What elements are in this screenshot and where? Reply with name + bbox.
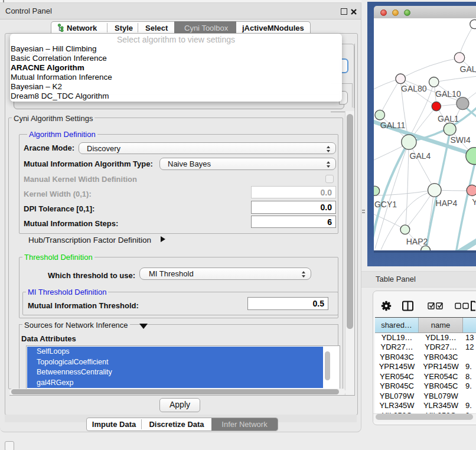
svg-text:Y: Y <box>472 197 476 207</box>
svg-text:HAP4: HAP4 <box>436 198 458 208</box>
svg-text:GAL2: GAL2 <box>460 64 476 74</box>
svg-text:GAL80: GAL80 <box>401 84 427 93</box>
svg-text:GAL11: GAL11 <box>380 120 406 130</box>
svg-text:GCY1: GCY1 <box>374 200 397 209</box>
svg-text:GAL1: GAL1 <box>438 114 459 123</box>
svg-text:GAL10: GAL10 <box>435 89 461 99</box>
svg-text:SWI4: SWI4 <box>451 135 471 145</box>
svg-text:HAP2: HAP2 <box>406 237 428 246</box>
svg-text:GAL4: GAL4 <box>410 151 431 161</box>
